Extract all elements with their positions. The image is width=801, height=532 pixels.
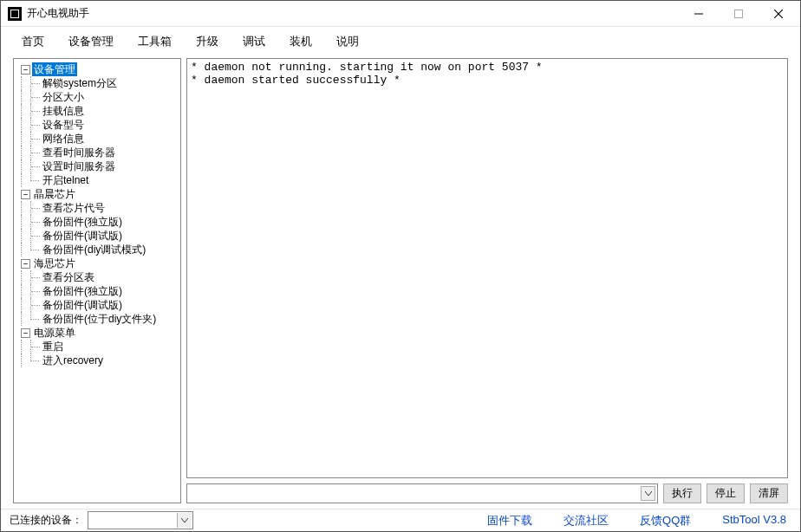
tree-item[interactable]: 备份固件(独立版) <box>16 215 179 229</box>
tree-line-icon <box>21 243 30 256</box>
clear-button[interactable]: 清屏 <box>750 483 788 503</box>
stop-button[interactable]: 停止 <box>707 483 745 503</box>
chevron-down-icon[interactable] <box>177 513 192 528</box>
tree-line-icon <box>21 215 30 229</box>
right-column: * daemon not running. starting it now on… <box>186 58 788 503</box>
tree-item[interactable]: 重启 <box>16 340 179 354</box>
menu-toolbox[interactable]: 工具箱 <box>126 30 184 53</box>
tree-line-icon <box>21 270 30 284</box>
link-qq[interactable]: 反馈QQ群 <box>640 513 691 529</box>
tree-item[interactable]: 挂载信息 <box>16 104 179 118</box>
tree-item-label[interactable]: 备份固件(调试版) <box>41 229 124 243</box>
tree-item-label[interactable]: 查看分区表 <box>41 270 96 284</box>
tree-item-label[interactable]: 开启telnet <box>41 173 90 187</box>
tree-elbow-icon <box>30 146 41 159</box>
tree-item-label[interactable]: 备份固件(独立版) <box>41 284 124 298</box>
output-log[interactable]: * daemon not running. starting it now on… <box>186 58 788 478</box>
window-controls <box>679 2 798 26</box>
tree-group-row[interactable]: −设备管理 <box>16 62 179 76</box>
tree-line-icon <box>21 229 30 243</box>
tree-elbow-icon <box>30 312 41 326</box>
tree-group-label[interactable]: 海思芯片 <box>32 256 77 270</box>
tree-item[interactable]: 备份固件(调试版) <box>16 298 179 312</box>
tree-item-label[interactable]: 重启 <box>41 340 65 354</box>
tree-item-label[interactable]: 网络信息 <box>41 132 86 146</box>
tree-item-label[interactable]: 挂载信息 <box>41 104 86 118</box>
tree-line-icon <box>21 201 30 215</box>
collapse-icon[interactable]: − <box>21 190 30 199</box>
tree-line-icon <box>21 159 30 173</box>
tree-group-label[interactable]: 设备管理 <box>32 62 77 76</box>
menu-help[interactable]: 说明 <box>324 30 371 53</box>
maximize-button[interactable] <box>719 2 759 26</box>
tree-line-icon <box>21 146 30 159</box>
tree-item[interactable]: 备份固件(位于diy文件夹) <box>16 312 179 326</box>
tree-item-label[interactable]: 备份固件(diy调试模式) <box>41 243 147 256</box>
device-select[interactable] <box>88 511 193 529</box>
link-community[interactable]: 交流社区 <box>563 513 609 529</box>
command-row: 执行 停止 清屏 <box>186 483 788 503</box>
command-input[interactable] <box>186 483 658 503</box>
connected-label: 已连接的设备： <box>10 513 82 528</box>
tree-elbow-icon <box>30 201 41 215</box>
tree-item-label[interactable]: 备份固件(独立版) <box>41 215 124 229</box>
tree-group-row[interactable]: −电源菜单 <box>16 326 179 340</box>
tree-group: −海思芯片查看分区表备份固件(独立版)备份固件(调试版)备份固件(位于diy文件… <box>16 256 179 326</box>
tree-item-label[interactable]: 分区大小 <box>41 90 86 104</box>
status-links: 固件下载 交流社区 反馈QQ群 StbTool V3.8 <box>487 513 791 529</box>
tree-item[interactable]: 备份固件(独立版) <box>16 284 179 298</box>
menu-upgrade[interactable]: 升级 <box>184 30 231 53</box>
tree-item-label[interactable]: 进入recovery <box>41 354 105 367</box>
execute-button[interactable]: 执行 <box>663 483 701 503</box>
tree-elbow-icon <box>30 298 41 312</box>
tree-item[interactable]: 分区大小 <box>16 90 179 104</box>
close-button[interactable] <box>759 2 798 26</box>
body: −设备管理解锁system分区分区大小挂载信息设备型号网络信息查看时间服务器设置… <box>1 58 800 509</box>
tree-elbow-icon <box>30 90 41 104</box>
tree-elbow-icon <box>30 159 41 173</box>
tree-item[interactable]: 备份固件(调试版) <box>16 229 179 243</box>
tree-panel[interactable]: −设备管理解锁system分区分区大小挂载信息设备型号网络信息查看时间服务器设置… <box>13 58 181 503</box>
tree-item-label[interactable]: 设备型号 <box>41 118 86 132</box>
menu-home[interactable]: 首页 <box>10 30 56 53</box>
tree-item[interactable]: 开启telnet <box>16 173 179 187</box>
tree-group-row[interactable]: −海思芯片 <box>16 256 179 270</box>
tree-item[interactable]: 查看芯片代号 <box>16 201 179 215</box>
tree-item[interactable]: 备份固件(diy调试模式) <box>16 243 179 256</box>
tree-item[interactable]: 查看分区表 <box>16 270 179 284</box>
tree-line-icon <box>21 76 30 90</box>
tree-item-label[interactable]: 查看时间服务器 <box>41 146 117 159</box>
collapse-icon[interactable]: − <box>21 65 30 75</box>
minimize-button[interactable] <box>679 2 719 26</box>
tree-group-label[interactable]: 电源菜单 <box>32 326 77 340</box>
tree-elbow-icon <box>30 229 41 243</box>
tree-item[interactable]: 网络信息 <box>16 132 179 146</box>
menu-device[interactable]: 设备管理 <box>56 30 126 53</box>
tree-line-icon <box>21 284 30 298</box>
tree-item-label[interactable]: 解锁system分区 <box>41 76 119 90</box>
tree-item[interactable]: 设置时间服务器 <box>16 159 179 173</box>
tree-item[interactable]: 解锁system分区 <box>16 76 179 90</box>
svg-rect-1 <box>735 10 743 17</box>
tree-group-label[interactable]: 晶晨芯片 <box>32 187 77 201</box>
tree-line-icon <box>21 340 30 354</box>
tree-item-label[interactable]: 备份固件(位于diy文件夹) <box>41 312 158 326</box>
tree-item[interactable]: 查看时间服务器 <box>16 146 179 159</box>
menubar: 首页 设备管理 工具箱 升级 调试 装机 说明 <box>1 27 800 58</box>
tree-item-label[interactable]: 查看芯片代号 <box>41 201 107 215</box>
tree-line-icon <box>21 90 30 104</box>
collapse-icon[interactable]: − <box>21 259 30 269</box>
link-firmware[interactable]: 固件下载 <box>487 513 532 529</box>
tree-item[interactable]: 设备型号 <box>16 118 179 132</box>
tree-item[interactable]: 进入recovery <box>16 354 179 367</box>
tree-item-label[interactable]: 设置时间服务器 <box>41 159 117 173</box>
tree-line-icon <box>21 173 30 187</box>
chevron-down-icon[interactable] <box>641 486 655 501</box>
menu-debug[interactable]: 调试 <box>231 30 277 53</box>
tree-elbow-icon <box>30 132 41 146</box>
tree-line-icon <box>21 354 30 367</box>
menu-install[interactable]: 装机 <box>277 30 324 53</box>
tree-item-label[interactable]: 备份固件(调试版) <box>41 298 124 312</box>
tree-group-row[interactable]: −晶晨芯片 <box>16 187 179 201</box>
collapse-icon[interactable]: − <box>21 328 30 338</box>
